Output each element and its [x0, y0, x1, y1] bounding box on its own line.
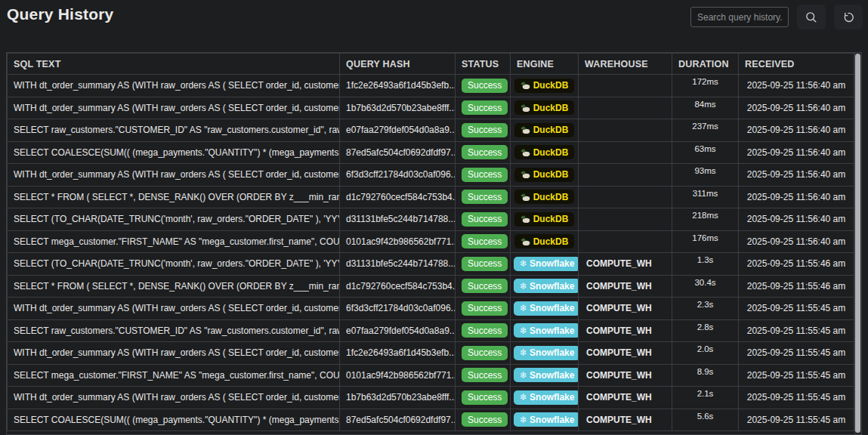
query-hash-cell[interactable]: 1fc2e26493a6f1d45b3efb...: [340, 75, 456, 97]
sql-text-cell[interactable]: WITH dt_order_summary AS (WITH raw_order…: [8, 75, 340, 97]
search-button[interactable]: [797, 5, 826, 29]
query-hash-cell[interactable]: 0101ac9f42b986562bf771...: [340, 230, 456, 253]
query-hash-cell[interactable]: e07faa279fdef054d0a8a9...: [340, 119, 456, 142]
table-row[interactable]: WITH dt_order_summary AS (WITH raw_order…: [8, 97, 854, 119]
column-header-received: RECEIVED: [739, 54, 854, 75]
sql-text-cell[interactable]: SELECT COALESCE(SUM(( (mega_payments."QU…: [8, 409, 340, 431]
engine-cell: ❄Snowflake: [511, 364, 579, 387]
column-header-duration: DURATION: [672, 54, 739, 75]
status-badge: Success: [462, 212, 508, 227]
column-header-engine: ENGINE: [511, 54, 579, 75]
warehouse-cell: COMPUTE_WH: [579, 364, 672, 387]
received-cell: 2025-09-25 11:56:40 am: [739, 186, 854, 208]
snowflake-icon: ❄: [520, 258, 527, 269]
sql-text-cell[interactable]: SELECT mega_customer."FIRST_NAME" AS "me…: [8, 364, 340, 387]
sql-text-cell[interactable]: SELECT COALESCE(SUM(( (mega_payments."QU…: [8, 141, 340, 164]
query-hash-cell[interactable]: 6f3d3cff21784d03c0af096...: [340, 298, 456, 320]
sql-text-cell[interactable]: SELECT * FROM ( SELECT *, DENSE_RANK() O…: [8, 186, 340, 208]
sql-text-cell[interactable]: WITH dt_order_summary AS (WITH raw_order…: [8, 164, 340, 187]
table-row[interactable]: SELECT raw_customers."CUSTOMER_ID" AS "r…: [8, 119, 854, 142]
status-cell: Success: [456, 275, 511, 298]
table-row[interactable]: WITH dt_order_summary AS (WITH raw_order…: [8, 75, 854, 97]
sql-text-cell[interactable]: WITH dt_order_summary AS (WITH raw_order…: [8, 387, 340, 409]
engine-badge: DuckDB: [514, 234, 575, 248]
engine-badge: DuckDB: [514, 190, 575, 204]
received-cell: 2025-09-25 11:55:45 am: [739, 319, 854, 342]
table-row[interactable]: WITH dt_order_summary AS (WITH raw_order…: [8, 387, 854, 409]
engine-cell: DuckDB: [511, 164, 579, 187]
sql-text-cell[interactable]: WITH dt_order_summary AS (WITH raw_order…: [8, 97, 340, 119]
duration-cell: 30.4s: [672, 275, 739, 298]
table-row[interactable]: WITH dt_order_summary AS (WITH raw_order…: [8, 164, 854, 187]
query-hash-cell[interactable]: d1c792760cecf584c753b4...: [340, 186, 456, 208]
query-hash-cell[interactable]: 6f3d3cff21784d03c0af096...: [340, 164, 456, 187]
engine-badge: ❄Snowflake: [514, 368, 579, 382]
received-cell: 2025-09-25 11:56:40 am: [739, 164, 854, 187]
duration-value: 2.1s: [672, 389, 738, 398]
query-hash-cell[interactable]: d31131bfe5c244b714788...: [340, 253, 456, 276]
engine-cell: DuckDB: [511, 119, 579, 142]
engine-badge: ❄Snowflake: [514, 323, 579, 338]
engine-cell: DuckDB: [511, 230, 579, 253]
status-cell: Success: [456, 141, 511, 164]
sql-text-cell[interactable]: WITH dt_order_summary AS (WITH raw_order…: [8, 298, 340, 320]
query-hash-cell[interactable]: d1c792760cecf584c753b4...: [340, 275, 456, 298]
query-hash-cell[interactable]: d31131bfe5c244b714788...: [340, 208, 456, 231]
table-row[interactable]: SELECT mega_customer."FIRST_NAME" AS "me…: [8, 364, 854, 387]
table-row[interactable]: SELECT COALESCE(SUM(( (mega_payments."QU…: [8, 141, 854, 164]
duration-cell: 8.9s: [672, 364, 739, 387]
status-cell: Success: [456, 119, 511, 142]
status-badge: Success: [462, 257, 508, 271]
query-hash-cell[interactable]: 87ed5afc504cf0692dfdf97...: [340, 409, 456, 431]
status-badge: Success: [462, 368, 508, 382]
warehouse-cell: [579, 208, 672, 231]
status-cell: Success: [456, 208, 511, 231]
status-badge: Success: [462, 301, 508, 316]
duration-cell: 2.0s: [672, 342, 739, 365]
duration-cell: 237ms: [672, 119, 739, 142]
sql-text-cell[interactable]: SELECT mega_customer."FIRST_NAME" AS "me…: [8, 230, 340, 253]
query-hash-cell[interactable]: e07faa279fdef054d0a8a9...: [340, 319, 456, 342]
refresh-icon: [842, 11, 855, 24]
table-row[interactable]: SELECT (TO_CHAR(DATE_TRUNC('month', raw_…: [8, 208, 854, 231]
table-row[interactable]: SELECT raw_customers."CUSTOMER_ID" AS "r…: [8, 319, 854, 342]
query-hash-cell[interactable]: 87ed5afc504cf0692dfdf97...: [340, 141, 456, 164]
column-header-sql-text: SQL TEXT: [8, 54, 340, 75]
query-hash-cell[interactable]: 0101ac9f42b986562bf771...: [340, 364, 456, 387]
status-cell: Success: [456, 409, 511, 431]
sql-text-cell[interactable]: WITH dt_order_summary AS (WITH raw_order…: [8, 342, 340, 365]
table-row[interactable]: SELECT * FROM ( SELECT *, DENSE_RANK() O…: [8, 275, 854, 298]
status-cell: Success: [456, 319, 511, 342]
engine-badge: ❄Snowflake: [514, 301, 579, 316]
table-row[interactable]: WITH dt_order_summary AS (WITH raw_order…: [8, 298, 854, 320]
received-cell: 2025-09-25 11:56:40 am: [739, 97, 854, 119]
refresh-button[interactable]: [834, 5, 863, 29]
sql-text-cell[interactable]: SELECT raw_customers."CUSTOMER_ID" AS "r…: [8, 319, 340, 342]
column-header-warehouse: WAREHOUSE: [579, 54, 672, 75]
query-hash-cell[interactable]: 1b7b63d2d570b23abe8fff...: [340, 97, 456, 119]
duration-value: 30.4s: [672, 278, 738, 287]
table-row[interactable]: SELECT (TO_CHAR(DATE_TRUNC('month', raw_…: [8, 253, 854, 276]
scrollbar-thumb[interactable]: [855, 54, 860, 433]
search-input[interactable]: [690, 7, 789, 27]
table-row[interactable]: SELECT mega_customer."FIRST_NAME" AS "me…: [8, 230, 854, 253]
table-row[interactable]: SELECT COALESCE(SUM(( (mega_payments."QU…: [8, 409, 854, 431]
vertical-scrollbar[interactable]: [854, 53, 861, 434]
sql-text-cell[interactable]: SELECT (TO_CHAR(DATE_TRUNC('month', raw_…: [8, 208, 340, 231]
sql-text-cell[interactable]: SELECT * FROM ( SELECT *, DENSE_RANK() O…: [8, 275, 340, 298]
sql-text-cell[interactable]: SELECT raw_customers."CUSTOMER_ID" AS "r…: [8, 119, 340, 142]
status-badge: Success: [462, 168, 508, 182]
query-hash-cell[interactable]: 1fc2e26493a6f1d45b3efb...: [340, 342, 456, 365]
engine-cell: ❄Snowflake: [511, 342, 579, 365]
table-row[interactable]: WITH dt_order_summary AS (WITH raw_order…: [8, 342, 854, 365]
query-hash-cell[interactable]: 1b7b63d2d570b23abe8fff...: [340, 387, 456, 409]
table-row[interactable]: SELECT * FROM ( SELECT *, DENSE_RANK() O…: [8, 186, 854, 208]
status-badge: Success: [462, 190, 508, 204]
sql-text-cell[interactable]: SELECT (TO_CHAR(DATE_TRUNC('month', raw_…: [8, 253, 340, 276]
status-badge: Success: [462, 412, 508, 427]
table-header-row: SQL TEXT QUERY HASH STATUS ENGINE WAREHO…: [8, 54, 854, 75]
received-cell: 2025-09-25 11:56:40 am: [739, 141, 854, 164]
status-cell: Success: [456, 230, 511, 253]
engine-badge: ❄Snowflake: [514, 390, 579, 405]
engine-badge: DuckDB: [514, 145, 575, 159]
